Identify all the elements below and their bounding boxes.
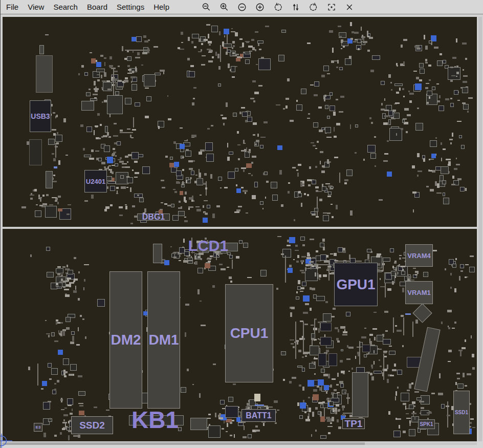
smd-ic: [429, 40, 432, 44]
board-box[interactable]: [412, 322, 413, 337]
component-usb3[interactable]: USB3: [30, 100, 51, 132]
smd-ic: [419, 63, 423, 67]
smd-pad: [158, 126, 160, 129]
board-box[interactable]: [295, 322, 296, 359]
smd-pad: [381, 103, 383, 105]
board-box[interactable]: [403, 317, 404, 335]
smd-pad: [465, 339, 466, 343]
component-vram4[interactable]: VRAM4: [405, 244, 433, 267]
board-canvas[interactable]: USB3U2401DBG1DM2DM1CPU1GPU1VRAM4VRAM1SSD…: [3, 17, 477, 441]
smd-ic: [325, 105, 328, 109]
smd-pad: [296, 100, 297, 102]
board-box[interactable]: [320, 323, 332, 331]
smd-pad: [409, 100, 412, 103]
component-batt1[interactable]: BATT1: [242, 409, 276, 422]
board-box[interactable]: [81, 101, 94, 111]
smd-pad: [298, 350, 301, 352]
board-box[interactable]: [46, 171, 53, 188]
board-box[interactable]: [393, 317, 394, 333]
component-gpu1[interactable]: GPU1: [334, 263, 378, 306]
horizontal-scrollbar[interactable]: [0, 441, 483, 448]
board-box[interactable]: [29, 139, 42, 165]
component-spk1[interactable]: SPK1: [418, 419, 435, 429]
smd-pad: [295, 245, 298, 247]
zoom-in-icon[interactable]: [219, 3, 229, 12]
smd-pad: [450, 142, 452, 145]
menu-settings[interactable]: Settings: [112, 0, 149, 14]
smd-pad: [46, 194, 49, 196]
board-box[interactable]: [36, 55, 53, 93]
smd-pad: [65, 423, 66, 426]
component-dm1[interactable]: DM1: [147, 271, 180, 409]
smd-pad: [127, 73, 132, 74]
smd-pad: [306, 257, 311, 259]
board-box[interactable]: [362, 345, 370, 352]
board-box[interactable]: [318, 353, 326, 366]
smd-pad: [310, 308, 311, 311]
smd-pad: [188, 37, 190, 41]
component-u2401[interactable]: U2401: [84, 170, 107, 193]
smd-ic: [248, 434, 252, 438]
smd-pad: [417, 153, 419, 157]
board-box[interactable]: [225, 406, 238, 418]
center-focus-icon[interactable]: [327, 3, 336, 12]
smd-pad: [370, 373, 373, 375]
smd-ic: [127, 177, 133, 183]
smd-ic: [423, 272, 428, 277]
close-icon[interactable]: [345, 3, 354, 12]
vertical-scrollbar[interactable]: [477, 17, 483, 441]
smd-ic: [278, 55, 284, 61]
board-box[interactable]: [320, 337, 332, 346]
component-vram1[interactable]: VRAM1: [405, 281, 433, 304]
smd-pad: [397, 272, 399, 274]
menu-help[interactable]: Help: [149, 0, 174, 14]
component-ssd1[interactable]: SSD1: [453, 391, 470, 434]
board-box[interactable]: [328, 353, 337, 366]
smd-ic: [389, 351, 396, 355]
smd-pad: [189, 197, 193, 199]
component-dbg1[interactable]: DBG1: [137, 214, 170, 221]
rotate-ccw-icon[interactable]: [273, 3, 282, 12]
menu-board[interactable]: Board: [82, 0, 112, 14]
component-tp1[interactable]: TP1: [342, 418, 365, 429]
rotate-cw-icon[interactable]: [309, 3, 318, 12]
horizontal-scrollbar-track[interactable]: [365, 442, 477, 445]
component-cpu1[interactable]: CPU1: [225, 284, 273, 382]
board-box[interactable]: [303, 322, 304, 352]
board-box[interactable]: [107, 95, 123, 114]
component-dm2[interactable]: DM2: [109, 271, 142, 409]
horizontal-scrollbar-thumb[interactable]: [3, 442, 365, 445]
board-box[interactable]: [190, 418, 207, 430]
smd-pad: [127, 161, 128, 163]
smd-pad: [322, 239, 325, 241]
smd-pad: [206, 24, 210, 26]
smd-ic: [35, 210, 41, 217]
smd-pad: [125, 204, 127, 205]
component-e3[interactable]: E3: [34, 423, 42, 432]
board-box[interactable]: [205, 142, 213, 151]
menu-view[interactable]: View: [23, 0, 49, 14]
board-box[interactable]: [352, 372, 368, 417]
board-box[interactable]: [39, 45, 44, 54]
board-box[interactable]: [153, 244, 162, 263]
board-box[interactable]: [206, 154, 214, 162]
smd-pad: [298, 164, 301, 166]
smd-ic: [146, 96, 151, 101]
menu-search[interactable]: Search: [49, 0, 82, 14]
menu-file[interactable]: File: [2, 0, 23, 14]
component-label-kb1[interactable]: KB1: [131, 406, 179, 434]
component-ssd2[interactable]: SSD2: [71, 416, 113, 434]
smd-pad: [258, 44, 260, 46]
vertical-scrollbar-track[interactable]: [478, 17, 482, 441]
flip-vertical-icon[interactable]: [291, 3, 300, 12]
menu-bar: FileViewSearchBoardSettingsHelp: [0, 0, 483, 14]
component-label: DBG1: [142, 212, 165, 222]
component-label-lcd1[interactable]: LCD1: [188, 237, 228, 254]
circle-plus-icon[interactable]: [255, 3, 265, 12]
circle-minus-icon[interactable]: [237, 3, 247, 12]
smd-pad: [126, 187, 128, 188]
smd-pad: [425, 46, 428, 50]
zoom-out-icon[interactable]: [202, 3, 211, 12]
smd-pad: [342, 334, 347, 335]
smd-pad: [127, 129, 130, 130]
